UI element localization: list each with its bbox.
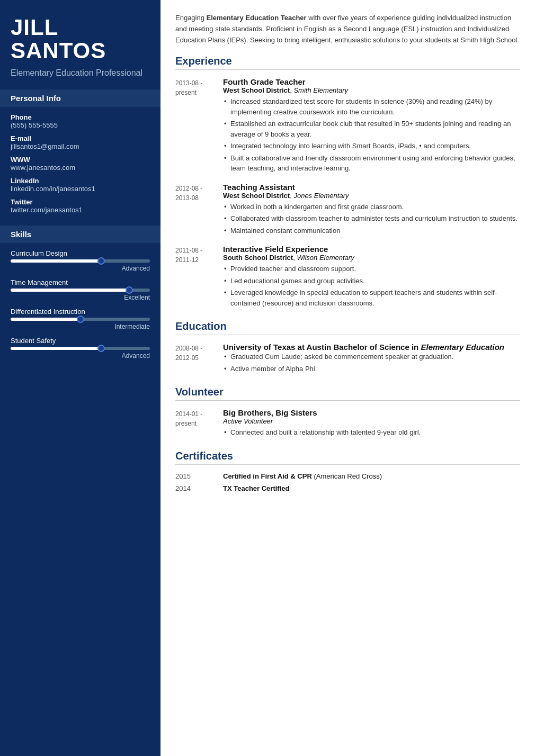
name-line1: JILL (11, 15, 58, 40)
certificate-entry: 2015 Certified in First Aid & CPR (Ameri… (175, 472, 520, 480)
education-section: Education 2008-08 -2012-05 University of… (175, 320, 520, 375)
entry-body: Big Brothers, Big Sisters Active Volunte… (223, 408, 520, 439)
volunteer-section: Volunteer 2014-01 -present Big Brothers,… (175, 386, 520, 439)
entry-date: 2012-08 -2013-08 (175, 183, 223, 238)
experience-entry: 2011-08 -2011-12 Interactive Field Exper… (175, 245, 520, 310)
skill-level: Intermediate (11, 323, 150, 330)
skill-item: Time Management Excellent (11, 278, 150, 301)
skill-name: Time Management (11, 278, 150, 286)
entry-bullets: Connected and built a relationship with … (223, 427, 520, 438)
experience-section: Experience 2013-08 -present Fourth Grade… (175, 55, 520, 310)
bullet: Built a collaborative and friendly class… (223, 153, 520, 174)
entry-date: 2013-08 -present (175, 77, 223, 175)
skill-level: Excellent (11, 294, 150, 301)
education-entry: 2008-08 -2012-05 University of Texas at … (175, 343, 520, 375)
entry-title: Big Brothers, Big Sisters (223, 408, 520, 417)
bullet: Leveraged knowledge in special education… (223, 287, 520, 308)
skill-bar-fill (11, 347, 101, 350)
entry-role: Active Volunteer (223, 417, 520, 425)
entry-title: Interactive Field Experience (223, 245, 520, 254)
skill-name: Differentiated Instruction (11, 308, 150, 316)
bullet: Led educational games and group activiti… (223, 276, 520, 286)
skill-name: Curriculum Design (11, 249, 150, 257)
cert-detail: Certified in First Aid & CPR (American R… (223, 472, 382, 480)
bullet: Graduated Cum Laude; asked be commenceme… (223, 352, 520, 362)
skill-bar-dot (97, 345, 105, 352)
experience-entry: 2012-08 -2013-08 Teaching Assistant West… (175, 183, 520, 238)
entry-bullets: Increased standardized test score for st… (223, 96, 520, 174)
summary-intro: Engaging Elementary Education Teacher wi… (175, 14, 519, 44)
personal-info-value: linkedin.com/in/janesantos1 (11, 185, 150, 193)
skill-level: Advanced (11, 352, 150, 359)
summary: Engaging Elementary Education Teacher wi… (175, 13, 520, 46)
entry-org: West School District, Jones Elementary (223, 192, 520, 200)
personal-info-value: www.janesantos.com (11, 164, 150, 172)
entry-title: Fourth Grade Teacher (223, 77, 520, 86)
certificate-entry: 2014 TX Teacher Certified (175, 484, 520, 492)
personal-info-item: Phone(555) 555-5555 (11, 113, 150, 129)
bullet: Maintained constant communication (223, 226, 520, 236)
sidebar-header: JILL SANTOS Elementary Education Profess… (0, 0, 160, 89)
candidate-name: JILL SANTOS (11, 16, 150, 62)
skill-bar-dot (77, 316, 84, 323)
certificates-section: Certificates 2015 Certified in First Aid… (175, 450, 520, 492)
entry-org: South School District, Wilson Elementary (223, 254, 520, 262)
personal-info-label: LinkedIn (11, 177, 150, 185)
bullet: Increased standardized test score for st… (223, 96, 520, 117)
skill-bar-fill (11, 318, 81, 321)
entry-date: 2008-08 -2012-05 (175, 343, 223, 375)
bullet: Provided teacher and classroom support. (223, 264, 520, 274)
volunteer-header: Volunteer (175, 386, 520, 401)
skill-bar-dot (97, 257, 105, 265)
skill-bar-bg (11, 289, 150, 292)
bullet: Established an extracurricular book club… (223, 119, 520, 139)
personal-info-value: twitter.com/janesantos1 (11, 206, 150, 214)
bullet: Integrated technology into learning with… (223, 141, 520, 151)
skill-bar-bg (11, 318, 150, 321)
personal-info-item: LinkedInlinkedin.com/in/janesantos1 (11, 177, 150, 193)
main-content: Engaging Elementary Education Teacher wi… (160, 0, 535, 756)
experience-entry: 2013-08 -present Fourth Grade Teacher We… (175, 77, 520, 175)
entry-body: University of Texas at Austin Bachelor o… (223, 343, 520, 375)
entry-org: West School District, Smith Elementary (223, 86, 520, 94)
skill-level: Advanced (11, 265, 150, 272)
bullet: Connected and built a relationship with … (223, 427, 520, 438)
personal-info-header: Personal Info (0, 89, 160, 107)
personal-info-item: WWWwww.janesantos.com (11, 156, 150, 172)
entry-date: 2011-08 -2011-12 (175, 245, 223, 310)
skill-bar-bg (11, 259, 150, 263)
cert-detail: TX Teacher Certified (223, 484, 289, 492)
entry-bullets: Worked in both a kindergarten and first … (223, 202, 520, 236)
personal-info-content: Phone(555) 555-5555E-mailjillsantos1@gma… (0, 107, 160, 226)
bullet: Collaborated with classroom teacher to a… (223, 213, 520, 224)
skill-item: Curriculum Design Advanced (11, 249, 150, 272)
entry-bullets: Graduated Cum Laude; asked be commenceme… (223, 352, 520, 374)
personal-info-label: Twitter (11, 198, 150, 206)
education-header: Education (175, 320, 520, 335)
skill-bar-bg (11, 347, 150, 350)
bullet: Worked in both a kindergarten and first … (223, 202, 520, 212)
candidate-title: Elementary Education Professional (11, 68, 150, 79)
bullet: Active member of Alpha Phi. (223, 364, 520, 374)
entry-body: Fourth Grade Teacher West School Distric… (223, 77, 520, 175)
personal-info-label: E-mail (11, 134, 150, 142)
skill-bar-dot (126, 286, 133, 294)
skill-name: Student Safety (11, 337, 150, 345)
entry-bullets: Provided teacher and classroom support.L… (223, 264, 520, 308)
skill-item: Differentiated Instruction Intermediate (11, 308, 150, 330)
entry-body: Teaching Assistant West School District,… (223, 183, 520, 238)
entry-body: Interactive Field Experience South Schoo… (223, 245, 520, 310)
skills-content: Curriculum Design Advanced Time Manageme… (0, 243, 160, 372)
skill-item: Student Safety Advanced (11, 337, 150, 359)
cert-year: 2014 (175, 484, 223, 492)
name-line2: SANTOS (11, 38, 106, 63)
personal-info-item: E-mailjillsantos1@gmail.com (11, 134, 150, 150)
experience-header: Experience (175, 55, 520, 70)
personal-info-item: Twittertwitter.com/janesantos1 (11, 198, 150, 214)
entry-title: University of Texas at Austin Bachelor o… (223, 343, 520, 352)
personal-info-label: Phone (11, 113, 150, 121)
skills-header: Skills (0, 226, 160, 243)
entry-date: 2014-01 -present (175, 408, 223, 439)
skill-bar-fill (11, 289, 129, 292)
cert-year: 2015 (175, 472, 223, 480)
